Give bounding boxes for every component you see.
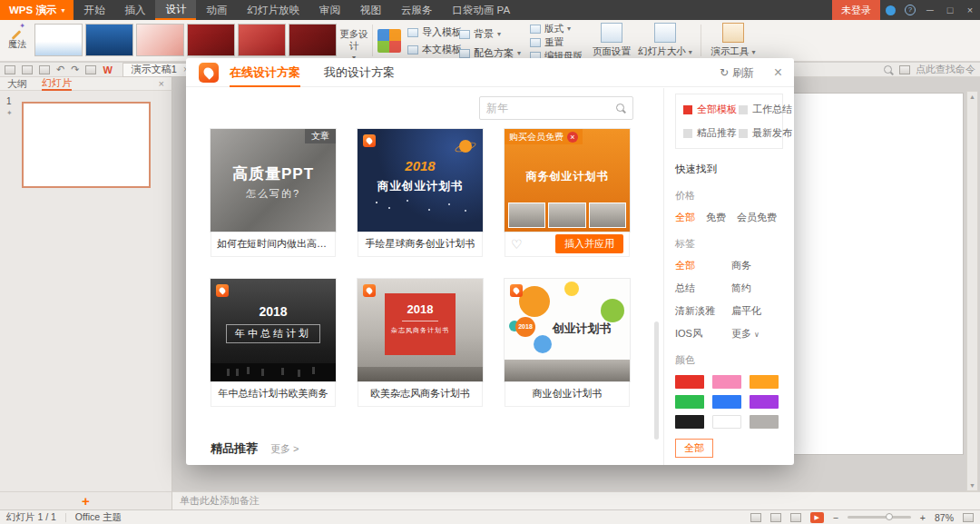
template-thumbnail[interactable]: 2018 杂志风商务计划书 xyxy=(358,279,483,381)
canvas-scrollbar[interactable]: ▲ ▼ xyxy=(966,91,978,491)
theme-thumb-5[interactable] xyxy=(238,24,286,56)
filter-all-templates[interactable]: 全部模板 xyxy=(683,103,737,116)
app-menu-button[interactable]: WPS 演示 ▾ xyxy=(0,0,74,20)
menu-tab-pocket-animation[interactable]: 口袋动画 PA xyxy=(442,0,520,20)
menu-tab-view[interactable]: 视图 xyxy=(350,0,391,20)
help-icon[interactable]: ? xyxy=(900,0,920,20)
tab-outline[interactable]: 大纲 xyxy=(7,77,27,91)
color-swatch-white[interactable] xyxy=(712,415,741,429)
tag-summary[interactable]: 总结 xyxy=(675,282,731,295)
template-card[interactable]: 2018 年中总结计划 年中总结计划书欧美商务 xyxy=(211,279,336,407)
color-swatch-blue[interactable] xyxy=(712,395,741,409)
template-card[interactable]: 2018 杂志风商务计划书 欧美杂志风商务计划书 xyxy=(358,279,483,407)
filter-work-summary[interactable]: 工作总结 xyxy=(739,103,792,116)
color-swatch-gray[interactable] xyxy=(750,415,779,429)
normal-view-icon[interactable] xyxy=(750,513,761,522)
template-card[interactable]: 2018 创业计划书 商业创业计划书 xyxy=(505,279,630,407)
panel-close-icon[interactable]: × xyxy=(159,78,164,89)
fit-slide-icon[interactable] xyxy=(963,513,974,522)
insert-apply-button[interactable]: 插入并应用 xyxy=(555,234,623,253)
color-swatch-pink[interactable] xyxy=(712,375,741,389)
template-thumbnail[interactable]: 文章 高质量PPT 怎么写的? xyxy=(211,129,336,232)
template-card-hovered[interactable]: 购买会员免费 × 商务创业计划书 ♡ 插入并应用 xyxy=(505,129,630,257)
menu-tab-cloud[interactable]: 云服务 xyxy=(391,0,443,20)
layout-button[interactable]: 版式▾ xyxy=(530,22,583,35)
print-icon[interactable] xyxy=(22,65,33,74)
wps-writer-icon[interactable]: W xyxy=(103,64,112,75)
dialog-close-icon[interactable]: × xyxy=(774,58,782,86)
save-icon[interactable] xyxy=(5,65,15,74)
template-card[interactable]: 2018 商业创业计划书 手绘星球商务创业计划书 xyxy=(358,129,483,257)
tab-online-design[interactable]: 在线设计方案 xyxy=(230,58,300,87)
theme-thumb-3[interactable] xyxy=(136,24,184,56)
redo-icon[interactable]: ↷ xyxy=(71,64,79,75)
magic-button[interactable]: ✦ 魔法 xyxy=(4,24,31,51)
dialog-scrollbar[interactable] xyxy=(654,321,659,440)
format-painter-icon[interactable] xyxy=(85,65,96,74)
color-swatch-purple[interactable] xyxy=(750,395,779,409)
background-button[interactable]: 背景▾ xyxy=(459,27,521,41)
notes-area[interactable]: 单击此处添加备注 xyxy=(172,491,980,509)
tag-business[interactable]: 商务 xyxy=(731,259,783,272)
minimize-icon[interactable]: ─ xyxy=(920,0,940,20)
filter-recommended[interactable]: 精品推荐 xyxy=(683,126,737,140)
price-free[interactable]: 免费 xyxy=(706,211,726,224)
theme-thumb-4[interactable] xyxy=(187,24,235,56)
menu-tab-home[interactable]: 开始 xyxy=(74,0,114,20)
present-tools-button[interactable]: 演示工具 ▾ xyxy=(708,23,759,58)
color-swatch-red[interactable] xyxy=(675,375,704,389)
menu-tab-review[interactable]: 审阅 xyxy=(309,0,350,20)
menu-tab-design[interactable]: 设计 xyxy=(155,0,196,20)
slide-size-button[interactable]: 幻灯片大小 ▾ xyxy=(637,23,693,58)
window-close-icon[interactable]: × xyxy=(960,0,980,20)
price-all[interactable]: 全部 xyxy=(675,211,695,224)
template-thumbnail[interactable]: 购买会员免费 × 商务创业计划书 xyxy=(505,129,630,232)
slideshow-play-icon[interactable]: ▶ xyxy=(810,512,824,523)
color-swatch-orange[interactable] xyxy=(750,375,779,389)
zoom-slider[interactable] xyxy=(848,516,911,519)
vip-close-icon[interactable]: × xyxy=(567,132,578,143)
color-all-button[interactable]: 全部 xyxy=(675,439,713,458)
theme-thumb-6[interactable] xyxy=(289,24,337,56)
scroll-down-icon[interactable]: ▼ xyxy=(967,482,977,489)
theme-name[interactable]: Office 主题 xyxy=(75,511,122,524)
maximize-icon[interactable]: □ xyxy=(940,0,960,20)
new-slide-button[interactable]: + xyxy=(82,492,90,509)
refresh-button[interactable]: ↻ 刷新 xyxy=(720,58,754,87)
tag-more[interactable]: 更多 ∨ xyxy=(731,327,783,341)
slide-sorter-icon[interactable] xyxy=(770,513,781,522)
tab-slides[interactable]: 幻灯片 xyxy=(42,77,72,91)
favorite-heart-icon[interactable]: ♡ xyxy=(511,237,523,252)
login-button[interactable]: 未登录 xyxy=(832,0,880,20)
text-template-button[interactable]: 本文模板 xyxy=(407,43,462,56)
tag-all[interactable]: 全部 xyxy=(675,259,731,272)
color-swatch-black[interactable] xyxy=(675,415,704,429)
import-template-button[interactable]: 导入模板 xyxy=(407,25,462,39)
zoom-level[interactable]: 87% xyxy=(935,512,954,523)
preview-icon[interactable] xyxy=(39,65,50,74)
tag-simple[interactable]: 简约 xyxy=(731,282,783,295)
reading-view-icon[interactable] xyxy=(790,513,801,522)
zoom-slider-thumb[interactable] xyxy=(886,513,893,520)
template-thumbnail[interactable]: 2018 年中总结计划 xyxy=(211,279,336,381)
search-input[interactable] xyxy=(486,102,615,114)
zoom-out-icon[interactable]: − xyxy=(833,512,838,523)
template-thumbnail[interactable]: 2018 商业创业计划书 xyxy=(358,129,483,232)
scroll-up-icon[interactable]: ▲ xyxy=(967,94,977,100)
price-member-free[interactable]: 会员免费 xyxy=(737,211,777,224)
more-link[interactable]: 更多 > xyxy=(270,442,299,456)
tag-fresh[interactable]: 清新淡雅 xyxy=(675,304,731,318)
template-thumbnail[interactable]: 2018 创业计划书 xyxy=(505,279,630,381)
filter-latest[interactable]: 最新发布 xyxy=(739,126,792,140)
search-icon[interactable] xyxy=(615,103,626,114)
color-swatch-green[interactable] xyxy=(675,395,704,409)
tag-flat[interactable]: 扁平化 xyxy=(731,304,783,318)
zoom-in-icon[interactable]: + xyxy=(920,512,926,523)
assistant-icon[interactable] xyxy=(880,0,900,20)
find-command-box[interactable]: 点此查找命令 xyxy=(883,63,975,76)
undo-icon[interactable]: ↶ xyxy=(56,64,64,75)
template-search-box[interactable] xyxy=(479,96,633,120)
tag-ios[interactable]: IOS风 xyxy=(675,327,731,341)
tab-my-design[interactable]: 我的设计方案 xyxy=(324,58,395,87)
reset-button[interactable]: 重置 xyxy=(530,35,583,49)
